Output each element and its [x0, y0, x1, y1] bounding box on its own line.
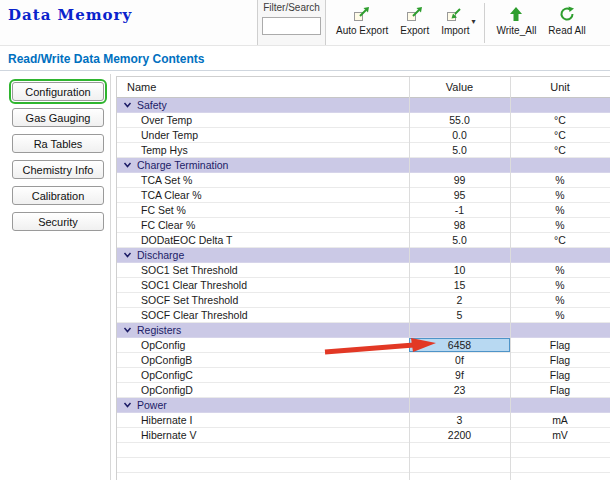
param-unit: Flag [510, 353, 610, 367]
table-row[interactable]: Hibernate V2200mV [117, 428, 610, 443]
param-unit: % [510, 218, 610, 232]
param-value[interactable]: 98 [409, 218, 510, 232]
collapse-chevron-icon[interactable] [123, 98, 132, 112]
param-name: TCA Set % [117, 173, 409, 187]
table-row[interactable]: SOC1 Clear Threshold15% [117, 278, 610, 293]
section-row-discharge[interactable]: Discharge [117, 248, 610, 263]
sidebar-item-gas-gauging[interactable]: Gas Gauging [12, 108, 104, 127]
sidebar: ConfigurationGas GaugingRa TablesChemist… [12, 82, 104, 231]
param-value[interactable]: -1 [409, 203, 510, 217]
filter-label: Filter/Search [258, 0, 325, 13]
write-all-button[interactable]: Write_All [491, 3, 543, 38]
table-row[interactable]: FC Set %-1% [117, 203, 610, 218]
param-unit: mA [510, 413, 610, 427]
filter-input[interactable] [262, 17, 321, 35]
auto-export-button[interactable]: Auto Export [330, 3, 394, 38]
table-body: SafetyOver Temp55.0°CUnder Temp0.0°CTemp… [117, 98, 610, 473]
table-row[interactable]: Over Temp55.0°C [117, 113, 610, 128]
section-name: Charge Termination [117, 158, 409, 172]
import-label: Import [441, 25, 469, 36]
param-unit: % [510, 173, 610, 187]
section-row-charge-termination[interactable]: Charge Termination [117, 158, 610, 173]
table-row[interactable]: SOCF Set Threshold2% [117, 293, 610, 308]
column-header-name[interactable]: Name [117, 81, 409, 93]
param-unit: mV [510, 428, 610, 442]
param-unit: % [510, 188, 610, 202]
sidebar-item-calibration[interactable]: Calibration [12, 186, 104, 205]
table-row[interactable]: DODatEOC Delta T5.0°C [117, 233, 610, 248]
export-button[interactable]: Export [394, 3, 435, 38]
param-unit: % [510, 263, 610, 277]
app-title: Data Memory [8, 6, 132, 24]
section-row-power[interactable]: Power [117, 398, 610, 413]
table-row[interactable]: OpConfigD23Flag [117, 383, 610, 398]
param-value[interactable]: 2200 [409, 428, 510, 442]
section-row-safety[interactable]: Safety [117, 98, 610, 113]
selected-value-cell[interactable]: 6458 [409, 338, 510, 352]
param-value[interactable]: 23 [409, 383, 510, 397]
param-unit: °C [510, 143, 610, 157]
table-row[interactable]: SOC1 Set Threshold10% [117, 263, 610, 278]
import-icon [446, 5, 464, 22]
param-value[interactable]: 55.0 [409, 113, 510, 127]
param-value[interactable]: 2 [409, 293, 510, 307]
sidebar-item-ra-tables[interactable]: Ra Tables [12, 134, 104, 153]
table-header: Name Value Unit [117, 77, 610, 98]
param-value[interactable]: 0.0 [409, 128, 510, 142]
column-header-unit[interactable]: Unit [510, 81, 610, 93]
chevron-down-icon[interactable]: ▾ [472, 17, 476, 26]
param-name: OpConfigB [117, 353, 409, 367]
collapse-chevron-icon[interactable] [123, 323, 132, 337]
collapse-chevron-icon[interactable] [123, 158, 132, 172]
param-name: OpConfigC [117, 368, 409, 382]
import-button[interactable]: Import [435, 3, 475, 38]
param-name: OpConfigD [117, 383, 409, 397]
table-row[interactable]: TCA Set %99% [117, 173, 610, 188]
table-row[interactable]: TCA Clear %95% [117, 188, 610, 203]
table-row[interactable]: Hibernate I3mA [117, 413, 610, 428]
collapse-chevron-icon[interactable] [123, 398, 132, 412]
param-value[interactable]: 5 [409, 308, 510, 322]
collapse-chevron-icon[interactable] [123, 248, 132, 262]
param-unit: Flag [510, 338, 610, 352]
table-row[interactable]: Temp Hys5.0°C [117, 143, 610, 158]
param-value[interactable]: 3 [409, 413, 510, 427]
table-row[interactable]: FC Clear %98% [117, 218, 610, 233]
param-value[interactable]: 5.0 [409, 233, 510, 247]
table-row[interactable]: SOCF Clear Threshold5% [117, 308, 610, 323]
param-value[interactable]: 15 [409, 278, 510, 292]
param-name: FC Set % [117, 203, 409, 217]
table-row[interactable]: Under Temp0.0°C [117, 128, 610, 143]
toolbar: Data Memory Filter/Search Auto Export Ex… [0, 0, 610, 46]
section-row-registers[interactable]: Registers [117, 323, 610, 338]
param-value[interactable]: 10 [409, 263, 510, 277]
read-all-button[interactable]: Read All [542, 3, 591, 38]
param-name: DODatEOC Delta T [117, 233, 409, 247]
heading-divider [0, 70, 610, 71]
param-unit: °C [510, 233, 610, 247]
column-header-value[interactable]: Value [409, 81, 510, 93]
param-value[interactable]: 99 [409, 173, 510, 187]
param-name: TCA Clear % [117, 188, 409, 202]
table-row[interactable]: OpConfigC9fFlag [117, 368, 610, 383]
param-value[interactable]: 95 [409, 188, 510, 202]
section-label: Safety [137, 98, 167, 112]
param-name: Hibernate I [117, 413, 409, 427]
param-value[interactable]: 9f [409, 368, 510, 382]
sidebar-item-configuration[interactable]: Configuration [12, 82, 104, 101]
param-name: OpConfig [117, 338, 409, 352]
table-row[interactable]: OpConfig6458Flag [117, 338, 610, 353]
sidebar-divider [110, 74, 111, 480]
table-row[interactable]: OpConfigB0fFlag [117, 353, 610, 368]
param-name: Hibernate V [117, 428, 409, 442]
param-value[interactable]: 0f [409, 353, 510, 367]
param-unit: % [510, 203, 610, 217]
filter-panel: Filter/Search [257, 0, 326, 45]
sidebar-item-security[interactable]: Security [12, 212, 104, 231]
param-value[interactable]: 5.0 [409, 143, 510, 157]
sidebar-item-chemistry-info[interactable]: Chemistry Info [12, 160, 104, 179]
read-all-label: Read All [548, 25, 585, 36]
toolbar-buttons: Auto Export Export Import ▾ Write_All [330, 3, 592, 43]
section-name: Safety [117, 98, 409, 112]
param-unit: Flag [510, 368, 610, 382]
